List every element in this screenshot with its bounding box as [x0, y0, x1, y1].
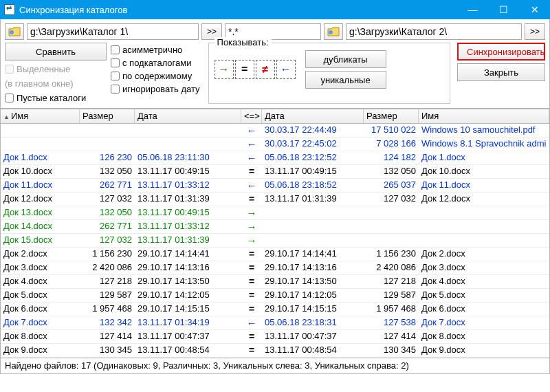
- cell-date-left: 13.11.17 00:49:15: [135, 206, 241, 219]
- cell-op: [241, 193, 262, 206]
- cell-name-right: Windows 8.1 Spravochnik admi: [419, 138, 549, 151]
- table-row[interactable]: Док 2.docx1 156 23029.10.17 14:14:4129.1…: [1, 248, 549, 261]
- eq-arrow-icon: [249, 249, 254, 259]
- table-row[interactable]: Док 7.docx132 34213.11.17 01:34:1905.06.…: [1, 316, 549, 330]
- compare-button[interactable]: Сравнить: [5, 43, 107, 61]
- cell-date-right: 05.06.18 23:12:52: [262, 151, 364, 164]
- col-date-right[interactable]: Дата: [262, 109, 364, 123]
- cell-date-left: 13.11.17 00:49:15: [135, 165, 241, 178]
- table-row[interactable]: Док 13.docx132 05013.11.17 00:49:15: [1, 206, 549, 220]
- table-row[interactable]: Док 5.docx129 58729.10.17 14:12:0529.10.…: [1, 289, 549, 303]
- cell-op: [241, 151, 262, 164]
- filter-diff-icon[interactable]: ≠: [256, 60, 275, 79]
- table-row[interactable]: Док 3.docx2 420 08629.10.17 14:13:1629.1…: [1, 261, 549, 275]
- selected-check[interactable]: Выделенные: [5, 63, 107, 75]
- close-button[interactable]: ✕: [519, 0, 550, 19]
- cell-name-right: [419, 220, 549, 233]
- cell-name-right: Док 1.docx: [419, 151, 549, 164]
- selected-hint: (в главном окне): [5, 78, 107, 89]
- browse-right-button[interactable]: [324, 23, 343, 40]
- cell-name-left: Док 7.docx: [1, 316, 80, 329]
- maximize-button[interactable]: ☐: [488, 0, 519, 19]
- eq-arrow-icon: [249, 345, 254, 356]
- duplicates-button[interactable]: дубликаты: [305, 50, 386, 68]
- table-row[interactable]: Док 1.docx126 23005.06.18 23:11:3005.06.…: [1, 151, 549, 165]
- bycontent-check[interactable]: по содержимому: [111, 70, 200, 82]
- table-row[interactable]: 30.03.17 22:44:4917 510 022Windows 10 sa…: [1, 124, 549, 138]
- cell-size-left: 132 342: [80, 316, 135, 329]
- cell-name-right: Windows 10 samouchitel.pdf: [419, 124, 549, 137]
- right-path-input[interactable]: [346, 23, 522, 40]
- table-row[interactable]: Док 8.docx127 41413.11.17 00:47:3713.11.…: [1, 330, 549, 344]
- cell-name-right: Док 2.docx: [419, 248, 549, 261]
- cell-name-left: Док 4.docx: [1, 275, 80, 288]
- sync-button[interactable]: Синхронизировать: [457, 43, 545, 61]
- cell-op: [241, 275, 262, 288]
- cell-date-right: 29.10.17 14:13:16: [262, 261, 364, 274]
- cell-size-right: 265 037: [364, 179, 419, 192]
- cell-name-left: Док 12.docx: [1, 193, 80, 206]
- col-name-left[interactable]: Имя: [1, 109, 80, 123]
- cell-size-left: 1 156 230: [80, 248, 135, 261]
- table-row[interactable]: Док 9.docx130 34513.11.17 00:48:5413.11.…: [1, 344, 549, 358]
- cell-name-left: Док 11.docx: [1, 179, 80, 192]
- cell-size-right: 132 050: [364, 165, 419, 178]
- browse-left-button[interactable]: [5, 23, 24, 40]
- eq-arrow-icon: [249, 194, 254, 204]
- right-arrow-icon: [247, 236, 257, 246]
- cell-op: [241, 289, 262, 302]
- cell-op: [241, 248, 262, 261]
- eq-arrow-icon: [249, 290, 254, 301]
- filter-left-icon[interactable]: ←: [276, 60, 296, 79]
- table-row[interactable]: Док 4.docx127 21829.10.17 14:13:5029.10.…: [1, 275, 549, 289]
- cell-name-left: Док 15.docx: [1, 234, 80, 247]
- cell-date-right: 05.06.18 23:18:52: [262, 179, 364, 192]
- left-arrow-icon: [247, 318, 257, 329]
- cell-size-left: 262 771: [80, 179, 135, 192]
- cell-date-right: 13.11.17 00:48:54: [262, 344, 364, 357]
- svg-point-1: [329, 30, 333, 34]
- cell-size-left: 127 218: [80, 275, 135, 288]
- cell-op: [241, 165, 262, 178]
- empty-dirs-check[interactable]: Пустые каталоги: [5, 92, 107, 104]
- left-path-input[interactable]: [27, 23, 199, 40]
- col-date-left[interactable]: Дата: [135, 109, 241, 123]
- table-row[interactable]: Док 6.docx1 957 46829.10.17 14:15:1529.1…: [1, 303, 549, 316]
- minimize-button[interactable]: —: [457, 0, 488, 19]
- show-fieldset: Показывать: → = ≠ ← дубликаты уникальные: [208, 43, 450, 104]
- right-go-button[interactable]: >>: [525, 23, 545, 40]
- col-size-right[interactable]: Размер: [364, 109, 419, 123]
- cell-size-left: 127 414: [80, 330, 135, 343]
- table-row[interactable]: Док 15.docx127 03213.11.17 01:31:39: [1, 234, 549, 248]
- ignoredate-check[interactable]: игнорировать дату: [111, 83, 200, 95]
- cell-date-right: 13.11.17 00:49:15: [262, 165, 364, 178]
- col-name-right[interactable]: Имя: [419, 109, 549, 123]
- table-row[interactable]: Док 10.docx132 05013.11.17 00:49:1513.11…: [1, 165, 549, 179]
- filter-equal-icon[interactable]: =: [235, 60, 254, 79]
- cell-date-left: 13.11.17 00:47:37: [135, 330, 241, 343]
- cell-size-right: 127 538: [364, 316, 419, 329]
- filter-right-icon[interactable]: →: [214, 60, 234, 79]
- table-row[interactable]: Док 11.docx262 77113.11.17 01:33:1205.06…: [1, 179, 549, 193]
- close-dialog-button[interactable]: Закрыть: [457, 63, 545, 81]
- table-row[interactable]: Док 12.docx127 03213.11.17 01:31:3913.11…: [1, 193, 549, 206]
- cell-size-right: 1 156 230: [364, 248, 419, 261]
- subdirs-check[interactable]: с подкаталогами: [111, 57, 200, 69]
- cell-date-right: 29.10.17 14:13:50: [262, 275, 364, 288]
- cell-date-right: 29.10.17 14:12:05: [262, 289, 364, 302]
- cell-name-right: Док 5.docx: [419, 289, 549, 302]
- cell-date-right: 30.03.17 22:44:49: [262, 124, 364, 137]
- table-row[interactable]: 30.03.17 22:45:027 028 166Windows 8.1 Sp…: [1, 138, 549, 151]
- cell-op: [241, 220, 262, 233]
- table-row[interactable]: Док 14.docx262 77113.11.17 01:33:12: [1, 220, 549, 234]
- cell-size-right: 124 182: [364, 151, 419, 164]
- eq-arrow-icon: [249, 166, 254, 177]
- col-op[interactable]: <=>: [241, 109, 262, 123]
- cell-name-left: Док 2.docx: [1, 248, 80, 261]
- col-size-left[interactable]: Размер: [80, 109, 135, 123]
- asymmetric-check[interactable]: асимметрично: [111, 44, 200, 56]
- cell-date-left: [135, 138, 241, 151]
- cell-size-left: 2 420 086: [80, 261, 135, 274]
- window-title: Синхронизация каталогов: [19, 5, 457, 15]
- unique-button[interactable]: уникальные: [305, 71, 386, 89]
